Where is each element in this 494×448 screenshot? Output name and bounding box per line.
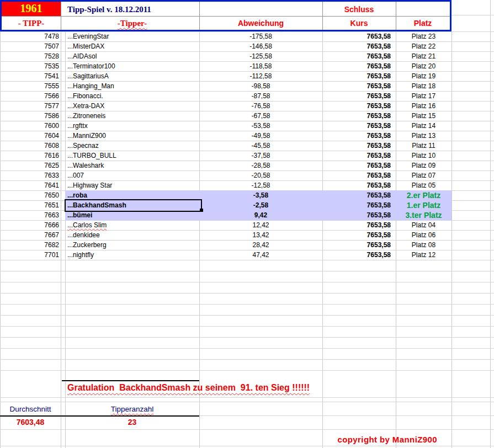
platz-cell[interactable]: 2.er Platz <box>396 190 451 200</box>
tipper-cell[interactable]: ...AIDAsol <box>67 51 199 61</box>
kurs-cell[interactable]: 7653,58 <box>322 31 391 41</box>
platz-cell[interactable]: Platz 23 <box>396 31 451 41</box>
tipper-cell[interactable]: ...Xetra-DAX <box>67 101 199 111</box>
platz-cell[interactable]: Platz 07 <box>396 170 451 180</box>
platz-cell[interactable]: Platz 16 <box>396 101 451 111</box>
platz-cell[interactable]: Platz 19 <box>396 71 451 81</box>
tipper-cell[interactable]: ...TURBO_BULL <box>67 151 199 161</box>
tipper-cell[interactable]: ...007 <box>67 170 199 180</box>
platz-cell[interactable]: Platz 21 <box>396 51 451 61</box>
kurs-cell[interactable]: 7653,58 <box>322 161 391 170</box>
kurs-cell[interactable]: 7653,58 <box>322 190 391 200</box>
kurs-cell[interactable]: 7653,58 <box>322 41 391 51</box>
tipp-cell[interactable]: 7651 <box>0 200 59 210</box>
abweichung-cell[interactable]: -49,58 <box>199 131 322 141</box>
column-header-schluss[interactable]: Schluss <box>322 3 396 16</box>
abweichung-cell[interactable]: -20,58 <box>199 170 322 180</box>
tipp-cell[interactable]: 7641 <box>0 180 59 190</box>
tipp-cell[interactable]: 7667 <box>0 230 59 240</box>
tipp-cell[interactable]: 7528 <box>0 51 59 61</box>
abweichung-cell[interactable]: -37,58 <box>199 151 322 161</box>
tipper-cell[interactable]: ...Terminator100 <box>67 61 199 71</box>
kurs-cell[interactable]: 7653,58 <box>322 81 391 91</box>
platz-cell[interactable]: Platz 14 <box>396 121 451 131</box>
abweichung-cell[interactable]: -112,58 <box>199 71 322 81</box>
tipp-cell[interactable]: 7507 <box>0 41 59 51</box>
tipp-cell[interactable]: 7616 <box>0 151 59 161</box>
platz-cell[interactable]: 3.ter Platz <box>396 210 451 220</box>
column-header-tipp[interactable]: - TIPP- <box>2 17 61 30</box>
kurs-cell[interactable]: 7653,58 <box>322 111 391 121</box>
tipp-cell[interactable]: 7478 <box>0 31 59 41</box>
average-value[interactable]: 7603,48 <box>0 417 61 427</box>
tipp-cell[interactable]: 7586 <box>0 111 59 121</box>
average-label[interactable]: Durchschnitt <box>0 403 61 415</box>
game-title[interactable]: Tipp-Spiel v. 18.12.2011 <box>67 3 233 16</box>
platz-cell[interactable]: Platz 04 <box>396 220 451 230</box>
abweichung-cell[interactable]: -87,58 <box>199 91 322 101</box>
tipp-cell[interactable]: 7666 <box>0 220 59 230</box>
kurs-cell[interactable]: 7653,58 <box>322 71 391 81</box>
tipp-cell[interactable]: 7600 <box>0 121 59 131</box>
kurs-cell[interactable]: 7653,58 <box>322 91 391 101</box>
tipp-cell[interactable]: 7625 <box>0 161 59 170</box>
tipper-cell[interactable]: ...ManniZ900 <box>67 131 199 141</box>
tipp-cell[interactable]: 7663 <box>0 210 59 220</box>
platz-cell[interactable]: Platz 22 <box>396 41 451 51</box>
platz-cell[interactable]: Platz 06 <box>396 230 451 240</box>
platz-cell[interactable]: Platz 15 <box>396 111 451 121</box>
kurs-cell[interactable]: 7653,58 <box>322 151 391 161</box>
platz-cell[interactable]: Platz 20 <box>396 61 451 71</box>
tipp-cell[interactable]: 7701 <box>0 250 59 260</box>
tipper-count-label[interactable]: Tipperanzahl <box>65 403 199 415</box>
tipp-cell[interactable]: 7535 <box>0 61 59 71</box>
tipp-cell[interactable]: 7541 <box>0 71 59 81</box>
tipper-cell[interactable]: ...Zuckerberg <box>67 240 199 250</box>
abweichung-cell[interactable]: -98,58 <box>199 81 322 91</box>
abweichung-cell[interactable]: 47,42 <box>199 250 322 260</box>
platz-cell[interactable]: Platz 12 <box>396 250 451 260</box>
kurs-cell[interactable]: 7653,58 <box>322 51 391 61</box>
abweichung-cell[interactable]: -146,58 <box>199 41 322 51</box>
abweichung-cell[interactable]: -45,58 <box>199 141 322 151</box>
tipp-cell[interactable]: 7608 <box>0 141 59 151</box>
column-header-abweichung[interactable]: Abweichung <box>199 17 322 30</box>
tipper-cell[interactable]: ...SagittariusA <box>67 71 199 81</box>
tipp-cell[interactable]: 7650 <box>0 190 59 200</box>
kurs-cell[interactable]: 7653,58 <box>322 61 391 71</box>
tipper-count-value[interactable]: 23 <box>65 417 199 427</box>
kurs-cell[interactable]: 7653,58 <box>322 101 391 111</box>
platz-cell[interactable]: Platz 18 <box>396 81 451 91</box>
tipper-cell[interactable]: ...denkidee <box>67 230 199 240</box>
abweichung-cell[interactable]: -12,58 <box>199 180 322 190</box>
kurs-cell[interactable]: 7653,58 <box>322 141 391 151</box>
abweichung-cell[interactable]: -2,58 <box>199 200 322 210</box>
abweichung-cell[interactable]: 12,42 <box>199 220 322 230</box>
tipp-cell[interactable]: 7633 <box>0 170 59 180</box>
tipper-cell[interactable]: ...Highway Star <box>67 180 199 190</box>
kurs-cell[interactable]: 7653,58 <box>322 121 391 131</box>
tipp-cell[interactable]: 7555 <box>0 81 59 91</box>
fill-handle[interactable] <box>200 209 203 212</box>
platz-cell[interactable]: Platz 05 <box>396 180 451 190</box>
abweichung-cell[interactable]: -28,58 <box>199 161 322 170</box>
abweichung-cell[interactable]: -175,58 <box>199 31 322 41</box>
tipper-cell[interactable]: ...Zitroneneis <box>67 111 199 121</box>
platz-cell[interactable]: Platz 11 <box>396 141 451 151</box>
tipper-cell[interactable]: ...Fibonacci. <box>67 91 199 101</box>
platz-cell[interactable]: Platz 13 <box>396 131 451 141</box>
kurs-cell[interactable]: 7653,58 <box>322 210 391 220</box>
abweichung-cell[interactable]: -125,58 <box>199 51 322 61</box>
tipp-cell[interactable]: 7604 <box>0 131 59 141</box>
abweichung-cell[interactable]: -76,58 <box>199 101 322 111</box>
platz-cell[interactable]: Platz 08 <box>396 240 451 250</box>
tipper-cell[interactable]: ...rgfttx <box>67 121 199 131</box>
kurs-cell[interactable]: 7653,58 <box>322 250 391 260</box>
abweichung-cell[interactable]: 13,42 <box>199 230 322 240</box>
tipper-cell[interactable]: ...Waleshark <box>67 161 199 170</box>
abweichung-cell[interactable]: -53,58 <box>199 121 322 131</box>
tipper-cell[interactable]: ...Carlos Slim <box>67 220 199 230</box>
abweichung-cell[interactable]: -118,58 <box>199 61 322 71</box>
kurs-cell[interactable]: 7653,58 <box>322 180 391 190</box>
kurs-cell[interactable]: 7653,58 <box>322 230 391 240</box>
